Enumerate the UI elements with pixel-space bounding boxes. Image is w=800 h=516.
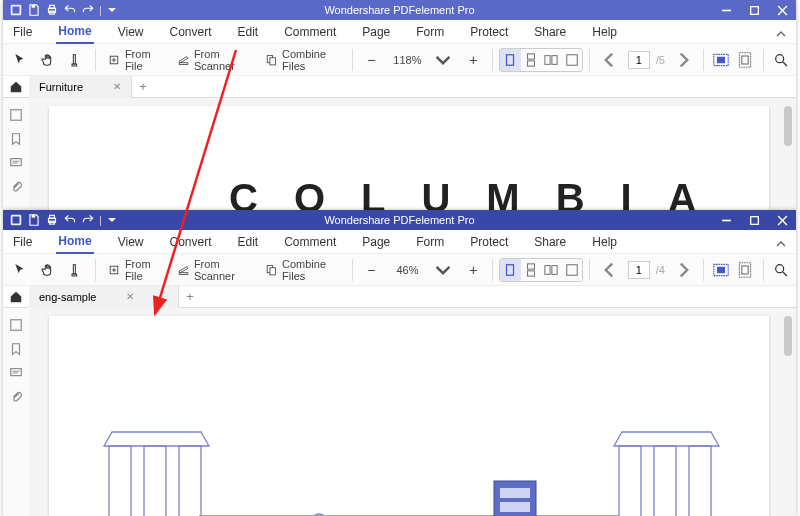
select-tool[interactable] bbox=[7, 257, 33, 283]
zoom-value[interactable]: 46% bbox=[388, 264, 426, 276]
close-button[interactable] bbox=[768, 210, 796, 230]
view-continuous[interactable] bbox=[521, 259, 541, 281]
view-two-continuous[interactable] bbox=[562, 49, 582, 71]
page-number-input[interactable] bbox=[628, 261, 650, 279]
zoom-dropdown[interactable] bbox=[430, 47, 456, 73]
bookmarks-icon[interactable] bbox=[9, 342, 23, 356]
combine-files-button[interactable]: Combine Files bbox=[259, 257, 346, 283]
collapse-ribbon-icon[interactable] bbox=[776, 28, 786, 42]
menu-comment[interactable]: Comment bbox=[282, 231, 338, 253]
view-two-page[interactable] bbox=[541, 259, 561, 281]
menu-file[interactable]: File bbox=[11, 231, 34, 253]
menu-share[interactable]: Share bbox=[532, 231, 568, 253]
menu-share[interactable]: Share bbox=[532, 21, 568, 43]
hand-tool[interactable] bbox=[35, 47, 61, 73]
titlebar[interactable]: | Wondershare PDFelement Pro bbox=[3, 210, 796, 230]
titlebar[interactable]: | Wondershare PDFelement Pro bbox=[3, 0, 796, 20]
document-tab[interactable]: eng-sample ✕ bbox=[29, 286, 179, 308]
menu-convert[interactable]: Convert bbox=[167, 21, 213, 43]
search-button[interactable] bbox=[770, 47, 792, 73]
menu-page[interactable]: Page bbox=[360, 21, 392, 43]
vertical-scrollbar[interactable] bbox=[784, 316, 792, 356]
document-canvas[interactable] bbox=[29, 308, 796, 516]
view-two-continuous[interactable] bbox=[562, 259, 582, 281]
fit-width-button[interactable] bbox=[710, 257, 732, 283]
from-file-button[interactable]: From File bbox=[102, 257, 169, 283]
fit-page-button[interactable] bbox=[734, 257, 756, 283]
zoom-in-button[interactable]: + bbox=[460, 257, 486, 283]
search-button[interactable] bbox=[770, 257, 792, 283]
menu-form[interactable]: Form bbox=[414, 21, 446, 43]
fit-width-button[interactable] bbox=[710, 47, 732, 73]
edit-tool[interactable] bbox=[63, 257, 89, 283]
undo-icon[interactable] bbox=[63, 213, 77, 227]
menu-edit[interactable]: Edit bbox=[236, 21, 261, 43]
page-number-input[interactable] bbox=[628, 51, 650, 69]
attachments-icon[interactable] bbox=[9, 180, 23, 194]
maximize-button[interactable] bbox=[740, 210, 768, 230]
thumbnails-icon[interactable] bbox=[9, 108, 23, 122]
menu-convert[interactable]: Convert bbox=[167, 231, 213, 253]
bookmarks-icon[interactable] bbox=[9, 132, 23, 146]
close-button[interactable] bbox=[768, 0, 796, 20]
menu-help[interactable]: Help bbox=[590, 231, 619, 253]
document-tab[interactable]: Furniture ✕ bbox=[29, 76, 132, 98]
comments-panel-icon[interactable] bbox=[9, 156, 23, 170]
menu-protect[interactable]: Protect bbox=[468, 231, 510, 253]
tab-close-icon[interactable]: ✕ bbox=[126, 291, 134, 302]
view-single-page[interactable] bbox=[500, 259, 520, 281]
document-canvas[interactable]: COLUMBIA bbox=[29, 98, 796, 210]
zoom-in-button[interactable]: + bbox=[460, 47, 486, 73]
view-single-page[interactable] bbox=[500, 49, 520, 71]
menu-edit[interactable]: Edit bbox=[236, 231, 261, 253]
zoom-out-button[interactable]: − bbox=[358, 47, 384, 73]
zoom-dropdown[interactable] bbox=[430, 257, 456, 283]
home-tab-icon[interactable] bbox=[3, 290, 29, 304]
from-scanner-button[interactable]: From Scanner bbox=[171, 257, 257, 283]
prev-page-button[interactable] bbox=[596, 47, 622, 73]
menu-view[interactable]: View bbox=[116, 231, 146, 253]
menu-view[interactable]: View bbox=[116, 21, 146, 43]
prev-page-button[interactable] bbox=[596, 257, 622, 283]
menu-help[interactable]: Help bbox=[590, 21, 619, 43]
edit-tool[interactable] bbox=[63, 47, 89, 73]
print-icon[interactable] bbox=[45, 3, 59, 17]
view-continuous[interactable] bbox=[521, 49, 541, 71]
from-scanner-button[interactable]: From Scanner bbox=[171, 47, 257, 73]
menu-page[interactable]: Page bbox=[360, 231, 392, 253]
combine-files-button[interactable]: Combine Files bbox=[259, 47, 346, 73]
menu-home[interactable]: Home bbox=[56, 20, 93, 44]
collapse-ribbon-icon[interactable] bbox=[776, 238, 786, 252]
next-page-button[interactable] bbox=[671, 47, 697, 73]
vertical-scrollbar[interactable] bbox=[784, 106, 792, 146]
attachments-icon[interactable] bbox=[9, 390, 23, 404]
new-tab-button[interactable]: + bbox=[179, 289, 201, 304]
redo-icon[interactable] bbox=[81, 213, 95, 227]
minimize-button[interactable] bbox=[712, 210, 740, 230]
tab-close-icon[interactable]: ✕ bbox=[113, 81, 121, 92]
menu-protect[interactable]: Protect bbox=[468, 21, 510, 43]
save-icon[interactable] bbox=[27, 213, 41, 227]
maximize-button[interactable] bbox=[740, 0, 768, 20]
fit-page-button[interactable] bbox=[734, 47, 756, 73]
next-page-button[interactable] bbox=[671, 257, 697, 283]
from-file-button[interactable]: From File bbox=[102, 47, 169, 73]
view-two-page[interactable] bbox=[541, 49, 561, 71]
new-tab-button[interactable]: + bbox=[132, 79, 154, 94]
minimize-button[interactable] bbox=[712, 0, 740, 20]
hand-tool[interactable] bbox=[35, 257, 61, 283]
redo-icon[interactable] bbox=[81, 3, 95, 17]
select-tool[interactable] bbox=[7, 47, 33, 73]
print-icon[interactable] bbox=[45, 213, 59, 227]
menu-comment[interactable]: Comment bbox=[282, 21, 338, 43]
save-icon[interactable] bbox=[27, 3, 41, 17]
home-tab-icon[interactable] bbox=[3, 80, 29, 94]
menu-file[interactable]: File bbox=[11, 21, 34, 43]
menu-form[interactable]: Form bbox=[414, 231, 446, 253]
qat-dropdown-icon[interactable] bbox=[108, 218, 116, 222]
zoom-out-button[interactable]: − bbox=[358, 257, 384, 283]
comments-panel-icon[interactable] bbox=[9, 366, 23, 380]
thumbnails-icon[interactable] bbox=[9, 318, 23, 332]
menu-home[interactable]: Home bbox=[56, 230, 93, 254]
zoom-value[interactable]: 118% bbox=[388, 54, 426, 66]
